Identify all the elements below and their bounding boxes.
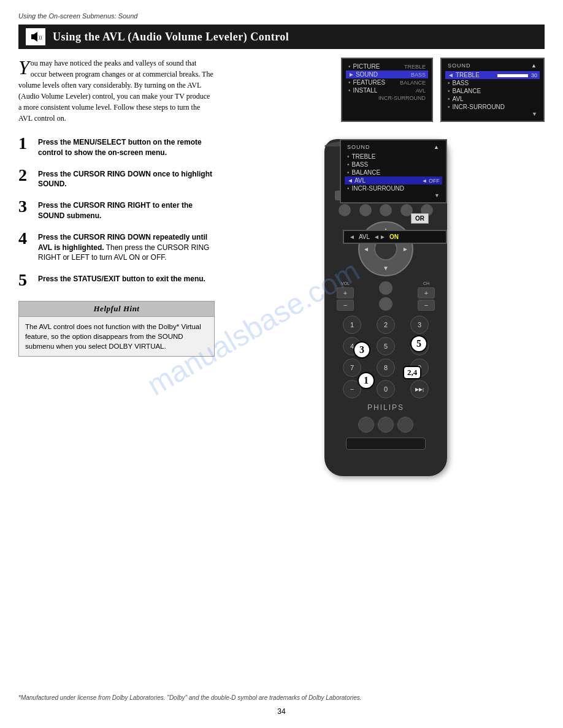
remote-container: 5 2,4 3 1	[324, 139, 447, 476]
btn-0[interactable]: 0	[377, 380, 395, 398]
vol-ch-controls: VOL + − CH	[334, 281, 438, 311]
helpful-hint-box: Helpful Hint The AVL control does not fu…	[18, 301, 215, 357]
step-text-5: Press the STATUS/EXIT button to exit the…	[38, 271, 205, 284]
step-1: 1 Press the MENU/SELECT button on the re…	[18, 135, 215, 158]
step-number-2: 2	[18, 167, 32, 184]
mm-item-incrsurround: INCR-SURROUND	[348, 94, 426, 102]
philips-logo: PHILIPS	[334, 403, 438, 412]
badge-1: 1	[358, 372, 375, 389]
bottom-btn-1[interactable]	[358, 417, 374, 433]
ch-label: CH	[423, 281, 429, 286]
step-text-4: Press the CURSOR RING DOWN repeatedly un…	[38, 230, 215, 263]
bottom-btn-2[interactable]	[378, 417, 394, 433]
btn-1[interactable]: 1	[343, 316, 361, 334]
intro-body: ou may have noticed the peaks and valley…	[18, 59, 213, 123]
ssb-incrsurround: •INCR-SURROUND	[448, 103, 537, 111]
step-bold-1: Press the MENU/SELECT button on the remo…	[38, 138, 202, 157]
right-column: • PICTURE TREBLE ► SOUND BASS • FEATURES…	[227, 58, 545, 476]
cursor-down: ▼	[383, 265, 389, 271]
step-4: 4 Press the CURSOR RING DOWN repeatedly …	[18, 230, 215, 263]
badge-24: 2,4	[403, 366, 421, 379]
sound-submenu-title-bottom: SOUND ▲	[347, 144, 440, 150]
main-content: Y ou may have noticed the peaks and vall…	[18, 58, 545, 476]
ch-up-btn[interactable]: +	[418, 287, 435, 298]
steps-list: 1 Press the MENU/SELECT button on the re…	[18, 135, 215, 289]
step-text-3: Press the CURSOR RING RIGHT to enter the…	[38, 198, 215, 221]
btn-8[interactable]: 8	[377, 358, 395, 377]
numpad: 1 2 3 4 5 6 7 8 9 − 0 ▶▶|	[334, 316, 438, 398]
mm-item-picture: • PICTURE TREBLE	[348, 63, 426, 70]
mm-item-sound: ► SOUND BASS	[346, 70, 428, 78]
btn-last[interactable]: ▶▶|	[410, 380, 429, 398]
footnote-text: *Manufactured under license from Dolby L…	[18, 694, 545, 702]
vol-label: VOL	[341, 281, 350, 286]
main-menu-box: • PICTURE TREBLE ► SOUND BASS • FEATURES…	[341, 58, 433, 122]
step-number-1: 1	[18, 135, 32, 152]
drop-cap: Y	[18, 60, 29, 76]
cursor-right: ►	[402, 246, 408, 252]
status-exit-btn[interactable]	[379, 297, 393, 311]
btn-5[interactable]: 5	[377, 337, 395, 355]
vol-up-btn[interactable]: +	[337, 287, 354, 298]
svg-marker-0	[31, 32, 37, 42]
intro-text: Y ou may have noticed the peaks and vall…	[18, 58, 215, 124]
vol-down-btn[interactable]: −	[337, 300, 354, 311]
ssb-balance: •BALANCE	[448, 87, 537, 95]
ssb2-treble: •TREBLE	[347, 153, 440, 161]
btn-2[interactable]: 2	[377, 316, 395, 334]
badge-5: 5	[410, 335, 427, 352]
ssb-bass: •BASS	[448, 79, 537, 87]
step-bold-2: Press the CURSOR RING DOWN once to highl…	[38, 170, 212, 189]
page-title: Using the AVL (Audio Volume Leveler) Con…	[53, 31, 289, 44]
sound-submenu-title-top: SOUND ▲	[448, 63, 537, 69]
ch-control: CH + −	[418, 281, 435, 311]
menu-select-btn[interactable]	[379, 281, 393, 295]
step-bold-3: Press the CURSOR RING RIGHT to enter the…	[38, 201, 193, 220]
bottom-btns	[334, 417, 438, 433]
ssb2-balance: •BALANCE	[347, 169, 440, 176]
step-number-5: 5	[18, 271, 32, 289]
sound-submenu-avl-off: SOUND ▲ •TREBLE •BASS •BALANCE	[340, 139, 447, 203]
avl-on-box: ◄ AVL ◄► ON	[343, 230, 447, 244]
avl-value-indicator: ◄►	[373, 233, 386, 240]
ir-emitter	[346, 438, 426, 450]
bottom-btn-3[interactable]	[397, 417, 413, 433]
mm-item-install: • INSTALL AVL	[348, 86, 426, 94]
avl-label: ◄	[349, 233, 355, 240]
step-3: 3 Press the CURSOR RING RIGHT to enter t…	[18, 198, 215, 221]
badge-3: 3	[353, 341, 370, 358]
page-footer: *Manufactured under license from Dolby L…	[18, 694, 545, 716]
btn-3[interactable]: 3	[410, 316, 429, 334]
step-text-2: Press the CURSOR RING DOWN once to highl…	[38, 167, 215, 190]
cursor-left: ◄	[363, 246, 369, 252]
left-column: Y ou may have noticed the peaks and vall…	[18, 58, 215, 476]
svg-text:)))): ))))	[39, 34, 42, 40]
ssb-avl: •AVL	[448, 95, 537, 103]
step-bold-5: Press the STATUS/EXIT button to exit the…	[38, 275, 205, 283]
btn-7[interactable]: 7	[343, 358, 361, 377]
ssb2-bass: •BASS	[347, 161, 440, 169]
mm-item-features: • FEATURES BALANCE	[348, 78, 426, 86]
step-number-3: 3	[18, 198, 32, 215]
hint-title: Helpful Hint	[19, 301, 214, 317]
hint-body: The AVL control does not function with t…	[19, 317, 214, 356]
ssb2-incrsurround: •INCR-SURROUND	[347, 184, 440, 192]
step-number-4: 4	[18, 230, 32, 247]
page-header: Using the On-screen Submenus: Sound	[18, 12, 545, 20]
step-2: 2 Press the CURSOR RING DOWN once to hig…	[18, 167, 215, 190]
page-number: 34	[18, 707, 545, 716]
title-bar: )))) Using the AVL (Audio Volume Leveler…	[18, 25, 545, 49]
ch-down-btn[interactable]: −	[418, 300, 435, 311]
ssb2-avl-off: ◄ AVL ◄ OFF	[345, 176, 442, 184]
vol-control: VOL + −	[337, 281, 354, 311]
sound-submenu-top: SOUND ▲ ◄ TREBLE 30 •BASS	[440, 58, 545, 122]
step-text-1: Press the MENU/SELECT button on the remo…	[38, 135, 215, 158]
speaker-icon: ))))	[26, 28, 45, 45]
avl-name: AVL	[359, 233, 370, 240]
ssb-treble: ◄ TREBLE 30	[445, 71, 540, 79]
avl-value: ON	[389, 233, 399, 240]
or-indicator: OR	[411, 213, 429, 224]
page-container: Using the On-screen Submenus: Sound ))))…	[0, 0, 563, 728]
step-5: 5 Press the STATUS/EXIT button to exit t…	[18, 271, 215, 289]
